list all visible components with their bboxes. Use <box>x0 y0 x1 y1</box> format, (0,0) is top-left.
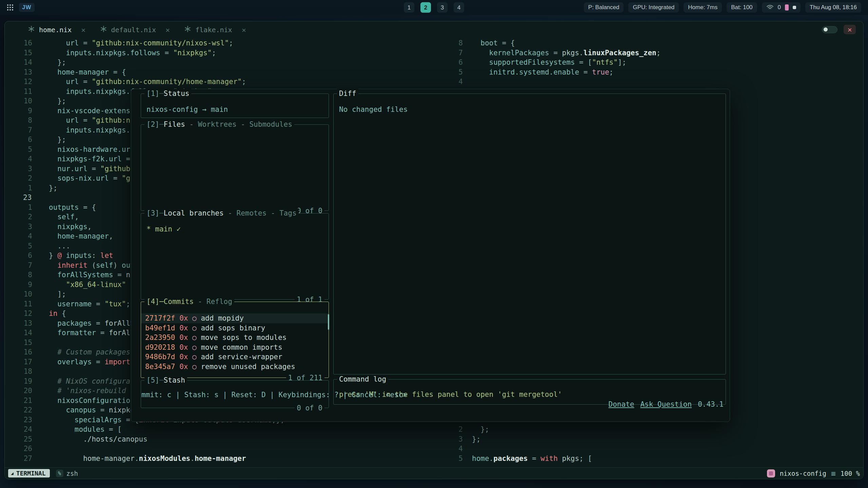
line-number: 13 <box>5 319 37 328</box>
line-number: 3 <box>5 164 37 174</box>
donate-link[interactable]: Donate <box>609 400 634 408</box>
line-number: 24 <box>5 425 37 434</box>
lazygit-version: 0.43.1 <box>698 400 724 408</box>
tab-default.nix[interactable]: default.nix× <box>98 24 172 36</box>
workspace-switcher: 1234 <box>404 2 464 13</box>
line-number: 12 <box>5 309 37 319</box>
terminal-mode-icon: ◢ <box>11 471 14 476</box>
commit-message: add mopidy <box>201 313 243 323</box>
shell-indicator[interactable]: %zsh <box>56 470 78 477</box>
branch-row[interactable]: * main ✓ <box>146 225 181 233</box>
commits-panel[interactable]: [4]─Commits - Reflog 2717f2f 0x ○ add mo… <box>141 302 329 378</box>
commits-scrollbar[interactable] <box>328 314 329 330</box>
workspace-button-1[interactable]: 1 <box>404 2 414 13</box>
line-number: 4 <box>5 231 37 241</box>
commit-hash: b49ef1d <box>145 323 179 333</box>
commit-message: remove unused packages <box>201 362 295 372</box>
nix-snowflake-icon <box>184 25 191 34</box>
commit-row[interactable]: 2a23950 0x ○ move sops to modules <box>141 333 329 343</box>
code-line: 25 ./hosts/canopus <box>5 434 448 444</box>
status-module: P: Balanced <box>584 2 624 13</box>
system-tray[interactable]: 0 <box>762 2 801 13</box>
commit-list: 2717f2f 0x ○ add mopidyb49ef1d 0x ○ add … <box>141 302 329 371</box>
clock[interactable]: Thu Aug 08, 18:16 <box>805 2 861 13</box>
code-line: 8 boot = { <box>448 38 863 48</box>
tab-label: home.nix <box>39 26 72 34</box>
tab-close-icon[interactable]: × <box>165 26 170 34</box>
tab-close-icon[interactable]: × <box>81 26 85 34</box>
keybindings-bar: mmit: c | Stash: s | Reset: D | Keybindi… <box>141 390 724 419</box>
line-number: 6 <box>448 58 463 67</box>
code-line: 12 url = "github:nix-community/home-mana… <box>5 77 448 87</box>
window-status-bar: ◢TERMINAL %zsh nixos-config ≡ 100 % <box>5 467 863 479</box>
line-number: 20 <box>5 386 37 396</box>
commit-row[interactable]: 2717f2f 0x ○ add mopidy <box>141 313 329 323</box>
user-badge[interactable]: JW <box>19 3 35 12</box>
workspace-button-3[interactable]: 3 <box>437 2 448 13</box>
line-number: 16 <box>5 347 37 357</box>
commit-row[interactable]: d920218 0x ○ move common imports <box>141 343 329 352</box>
line-number: 9 <box>5 280 37 290</box>
code-line: 27 home-manager.nixosModules.home-manage… <box>5 454 448 464</box>
line-number: 5 <box>448 67 463 77</box>
line-number: 11 <box>5 87 37 97</box>
code-line: 14 }; <box>5 58 448 67</box>
line-number: 6 <box>5 251 37 261</box>
code-line: 5 initrd.systemd.enable = true; <box>448 67 863 77</box>
top-bar: JW 1234 P: BalancedGPU: IntegratedHome: … <box>0 0 868 15</box>
status-panel[interactable]: [1]─Status nixos-config → main <box>141 94 329 118</box>
commit-hash: 8e345a7 <box>145 362 179 372</box>
commit-author: 0x <box>179 333 192 343</box>
lazygit-popup: [1]─Status nixos-config → main [2]─Files… <box>131 89 730 422</box>
ask-question-link[interactable]: Ask Question <box>640 400 692 408</box>
status-module: Bat: 100 <box>727 2 757 13</box>
commit-row[interactable]: 9486b7d 0x ○ add service-wrapper <box>141 352 329 362</box>
line-number: 9 <box>5 106 37 116</box>
code-line: 2 }; <box>448 425 863 434</box>
mode-badge: ◢TERMINAL <box>8 469 50 477</box>
commit-author: 0x <box>179 343 192 352</box>
line-number: 14 <box>5 328 37 338</box>
code-line: 26 <box>5 444 448 454</box>
desktop: JW 1234 P: BalancedGPU: IntegratedHome: … <box>0 0 868 488</box>
line-number: 16 <box>5 38 37 48</box>
line-number: 1 <box>5 183 37 193</box>
commit-hash: 9486b7d <box>145 352 179 362</box>
commit-graph-node-icon: ○ <box>192 352 201 362</box>
commit-row[interactable]: b49ef1d 0x ○ add sops binary <box>141 323 329 333</box>
workspace-button-4[interactable]: 4 <box>454 2 464 13</box>
line-number: 2 <box>5 174 37 183</box>
window-close-button[interactable]: × <box>844 25 856 34</box>
tab-close-icon[interactable]: × <box>242 26 246 34</box>
line-number: 26 <box>5 444 37 454</box>
toggle-switch[interactable] <box>822 26 837 33</box>
line-number: 7 <box>5 261 37 270</box>
line-number: 3 <box>5 222 37 232</box>
line-number: 23 <box>5 193 37 203</box>
tab-home.nix[interactable]: home.nix× <box>26 24 88 36</box>
commit-row[interactable]: 8e345a7 0x ○ remove unused packages <box>141 362 329 372</box>
line-number: 8 <box>5 270 37 280</box>
commit-message: move common imports <box>201 343 282 352</box>
line-number: 11 <box>5 299 37 309</box>
apps-grid-icon[interactable] <box>7 4 14 11</box>
line-number: 15 <box>5 48 37 58</box>
code-line: 6 supportedFilesystems = ["ntfs"]; <box>448 58 863 67</box>
files-panel[interactable]: [2]─Files - Worktrees - Submodules 0 of … <box>141 124 329 211</box>
line-number: 2 <box>448 425 463 434</box>
repo-branch-status: nixos-config → main <box>146 105 228 114</box>
diff-panel[interactable]: Diff No changed files <box>333 94 726 374</box>
editor-tabs: home.nix×default.nix×flake.nix× <box>26 24 248 36</box>
project-name[interactable]: nixos-config <box>780 470 826 477</box>
commit-graph-node-icon: ○ <box>192 323 201 333</box>
code-line: 24 modules = [ <box>5 425 448 434</box>
toggle-knob <box>824 27 828 32</box>
nix-snowflake-icon <box>100 25 107 34</box>
tab-flake.nix[interactable]: flake.nix× <box>182 24 248 36</box>
line-number: 8 <box>448 38 463 48</box>
line-number: 17 <box>5 357 37 367</box>
lines-icon: ≡ <box>831 469 836 478</box>
line-number: 23 <box>5 415 37 425</box>
branches-panel[interactable]: [3]─Local branches - Remotes - Tags * ma… <box>141 213 329 300</box>
workspace-button-2[interactable]: 2 <box>420 2 431 13</box>
